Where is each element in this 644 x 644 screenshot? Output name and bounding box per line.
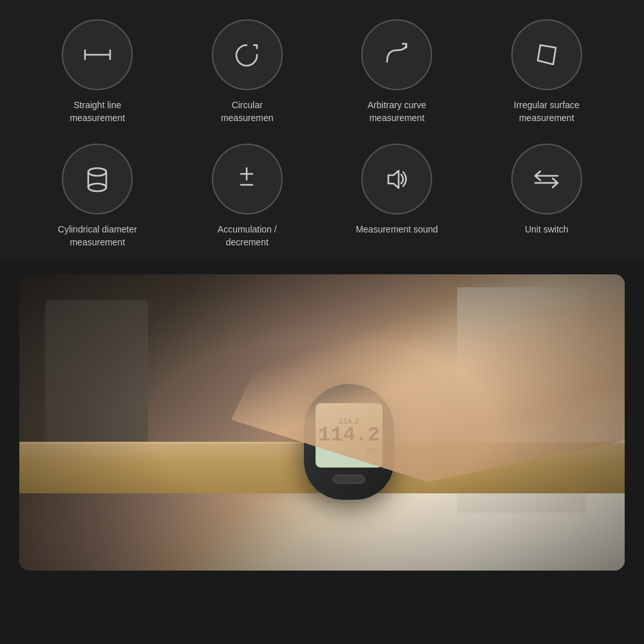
page-container: Straight line measurement Circular measu…	[0, 0, 644, 571]
irregular-surface-icon	[529, 37, 564, 73]
feature-cylindrical: Cylindrical diameter measurement	[26, 144, 169, 249]
circular-circle	[212, 19, 283, 90]
arbitrary-curve-label: Arbitrary curve measurement	[355, 99, 439, 124]
cylindrical-icon	[80, 162, 115, 197]
measurement-sound-label: Measurement sound	[355, 223, 438, 236]
product-photo-section: 114.2 114.2 cm	[19, 274, 625, 571]
photo-container: 114.2 114.2 cm	[19, 274, 625, 571]
svg-marker-3	[538, 45, 556, 64]
cylindrical-label: Cylindrical diameter measurement	[55, 223, 139, 249]
measurement-sound-icon	[379, 162, 415, 197]
svg-marker-11	[388, 171, 399, 188]
feature-straight-line: Straight line measurement	[26, 19, 169, 124]
measurement-sound-circle	[361, 144, 432, 214]
feature-unit-switch: Unit switch	[475, 144, 619, 249]
feature-accumulation: Accumulation / decrement	[176, 144, 319, 249]
circular-label: Circular measuremen	[205, 99, 289, 124]
accumulation-circle	[212, 144, 283, 214]
svg-point-7	[88, 184, 106, 191]
feature-irregular-surface: Irregular surface measurement	[475, 19, 619, 124]
accumulation-label: Accumulation / decrement	[205, 223, 289, 249]
cylindrical-circle	[62, 144, 133, 214]
feature-circular: Circular measuremen	[176, 19, 319, 124]
circular-icon	[229, 37, 265, 73]
straight-line-label: Straight line measurement	[55, 99, 139, 124]
device-wheel	[333, 475, 365, 484]
straight-line-circle	[62, 19, 133, 90]
svg-point-4	[88, 168, 106, 176]
accumulation-icon	[229, 162, 265, 197]
irregular-surface-circle	[511, 19, 582, 90]
straight-line-icon	[80, 37, 115, 73]
arbitrary-curve-circle	[361, 19, 432, 90]
arbitrary-curve-icon	[379, 37, 415, 73]
unit-switch-label: Unit switch	[525, 223, 569, 236]
icons-grid: Straight line measurement Circular measu…	[26, 19, 618, 249]
unit-switch-icon	[529, 162, 564, 197]
features-section: Straight line measurement Circular measu…	[0, 0, 644, 261]
feature-arbitrary-curve: Arbitrary curve measurement	[325, 19, 469, 124]
irregular-surface-label: Irregular surface measurement	[505, 99, 589, 124]
unit-switch-circle	[511, 144, 582, 214]
feature-measurement-sound: Measurement sound	[325, 144, 469, 249]
